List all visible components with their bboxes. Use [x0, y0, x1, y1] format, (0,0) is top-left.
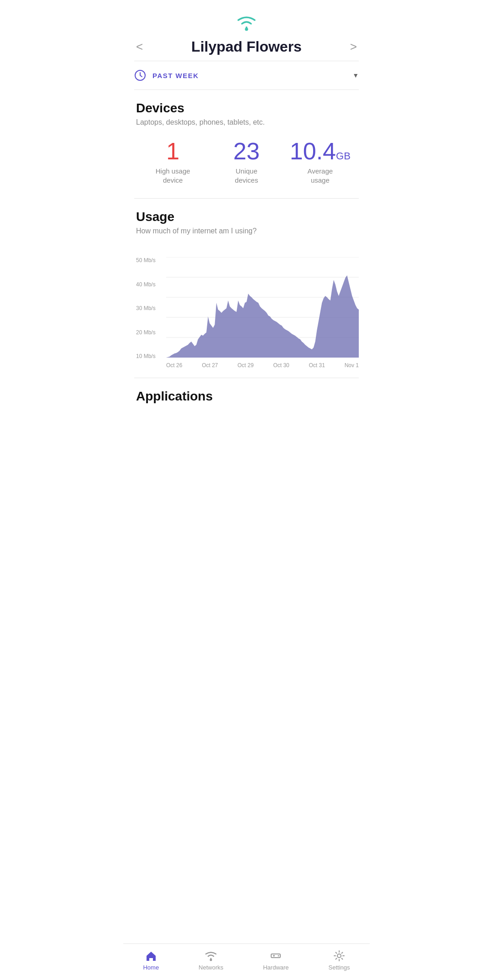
high-usage-value: 1 — [166, 139, 179, 163]
devices-section: Devices Laptops, desktops, phones, table… — [123, 90, 370, 198]
high-usage-label: High usagedevice — [156, 167, 190, 184]
y-label-20: 20 Mb/s — [136, 329, 156, 336]
wifi-logo-icon — [234, 13, 259, 31]
period-selector[interactable]: PAST WEEK ▼ — [123, 61, 370, 90]
network-title: Lilypad Flowers — [191, 38, 302, 55]
svg-marker-8 — [166, 275, 359, 358]
y-label-10: 10 Mb/s — [136, 353, 156, 359]
period-chevron-icon: ▼ — [352, 72, 359, 79]
average-usage-label: Averageusage — [308, 167, 333, 184]
average-usage-stat: 10.4GB Averageusage — [283, 139, 357, 184]
wifi-header — [123, 0, 370, 38]
usage-chart-svg — [166, 257, 359, 358]
y-label-50: 50 Mb/s — [136, 257, 156, 263]
svg-point-0 — [245, 28, 248, 31]
period-label: PAST WEEK — [152, 72, 352, 79]
x-label-oct30: Oct 30 — [273, 362, 289, 369]
applications-section: Applications — [123, 378, 370, 452]
usage-title: Usage — [136, 210, 357, 224]
usage-subtitle: How much of my internet am I using? — [136, 227, 357, 235]
x-label-oct31: Oct 31 — [309, 362, 325, 369]
devices-stats-row: 1 High usagedevice 23 Uniquedevices 10.4… — [136, 139, 357, 184]
unique-devices-label: Uniquedevices — [235, 167, 258, 184]
next-network-button[interactable]: > — [350, 40, 357, 54]
y-label-30: 30 Mb/s — [136, 305, 156, 311]
high-usage-stat: 1 High usagedevice — [136, 139, 210, 184]
chart-x-labels: Oct 26 Oct 27 Oct 29 Oct 30 Oct 31 Nov 1 — [166, 362, 359, 369]
devices-title: Devices — [136, 101, 357, 116]
usage-section: Usage How much of my internet am I using… — [123, 199, 370, 257]
x-label-oct26: Oct 26 — [166, 362, 182, 369]
unique-devices-value: 23 — [233, 139, 260, 163]
clock-icon — [134, 69, 146, 81]
x-label-oct27: Oct 27 — [202, 362, 218, 369]
unique-devices-stat: 23 Uniquedevices — [210, 139, 283, 184]
x-label-oct29: Oct 29 — [237, 362, 253, 369]
average-usage-value: 10.4GB — [290, 139, 351, 163]
x-label-nov1: Nov 1 — [345, 362, 359, 369]
title-row: < Lilypad Flowers > — [123, 38, 370, 61]
applications-title: Applications — [136, 389, 357, 404]
usage-chart-container: 50 Mb/s 40 Mb/s 30 Mb/s 20 Mb/s 10 Mb/s … — [123, 257, 370, 378]
prev-network-button[interactable]: < — [136, 40, 143, 54]
devices-subtitle: Laptops, desktops, phones, tablets, etc. — [136, 118, 357, 126]
y-label-40: 40 Mb/s — [136, 281, 156, 288]
chart-y-labels: 50 Mb/s 40 Mb/s 30 Mb/s 20 Mb/s 10 Mb/s — [136, 257, 156, 359]
chart-inner — [166, 257, 359, 359]
